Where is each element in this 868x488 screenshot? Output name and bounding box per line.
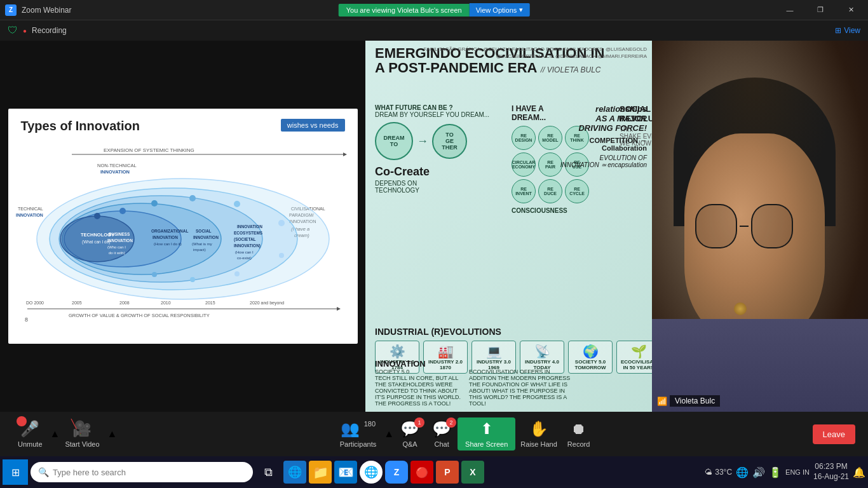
taskbar-app-zoom[interactable]: Z	[385, 461, 408, 484]
volume-icon[interactable]: 🔊	[752, 466, 765, 478]
participants-button[interactable]: 👥 180 Participants	[335, 417, 381, 451]
title-bar-center: You are viewing Violeta Bulc's screen Vi…	[339, 3, 530, 17]
svg-point-45	[279, 253, 284, 258]
taskbar-app-excel[interactable]: X	[461, 461, 484, 484]
depends-text: DEPENDS ONTECHNOLOGY	[375, 180, 502, 194]
co-create-text: Co-Create	[375, 165, 502, 179]
zoom-icon-task: Z	[394, 467, 400, 477]
notification-icon[interactable]: 🔔	[853, 466, 865, 478]
participants-caret[interactable]: ▲	[384, 428, 394, 440]
battery-icon: 🔋	[769, 466, 782, 478]
svg-text:2008: 2008	[119, 301, 130, 305]
taskbar-app-outlook[interactable]: 📧	[334, 461, 357, 484]
innovation-diagram: EXPANSION OF SYSTEMIC THINKING NON-TECHN…	[15, 140, 351, 325]
svg-text:(What can I do): (What can I do)	[82, 240, 110, 245]
signal-icon: 📶	[657, 396, 667, 406]
close-button[interactable]: ✕	[836, 0, 865, 20]
view-options-button[interactable]: View Options ▾	[470, 3, 530, 17]
excel-icon: X	[470, 467, 475, 477]
camera-icon: 🎥 ╲	[72, 420, 92, 438]
svg-point-36	[94, 213, 100, 219]
wishes-needs-label: wishes vs needs	[281, 119, 345, 132]
dream-section: WHAT FUTURE CAN BE ? DREAM BY YOURSELF Y…	[375, 104, 502, 194]
slide-panel: Types of Innovation wishes vs needs EXPA…	[0, 41, 365, 412]
slide-title: Types of Innovation	[21, 119, 140, 133]
right-panel: EMERGINDO ECOCIVILISATION IN A POST-PAND…	[365, 41, 868, 412]
search-placeholder: Type here to search	[53, 468, 126, 477]
start-button[interactable]: ⊞	[3, 459, 28, 485]
svg-text:BUSINESS: BUSINESS	[109, 232, 130, 236]
raise-hand-icon: ✋	[529, 420, 548, 438]
consciousness-label: CONSCIOUSNESS	[512, 207, 613, 214]
svg-text:INNOVATION: INNOVATION	[16, 213, 43, 217]
slide-subtitle: wishes vs needs	[281, 119, 345, 130]
minimize-button[interactable]: —	[775, 0, 804, 20]
svg-text:INNOVATION: INNOVATION	[100, 169, 130, 175]
qa-button[interactable]: 💬 1 Q&A	[394, 417, 426, 451]
svg-point-37	[119, 208, 126, 214]
svg-text:2005: 2005	[72, 301, 82, 305]
start-video-button[interactable]: 🎥 ╲ Start Video	[60, 417, 104, 451]
taskbar-app-powerpoint[interactable]: P	[436, 461, 459, 484]
presentation-content: EMERGINDO ECOCIVILISATION IN A POST-PAND…	[365, 41, 868, 412]
svg-text:DO 2000: DO 2000	[26, 301, 44, 305]
chat-icon: 💬 2	[432, 420, 451, 438]
recording-dot-icon: ●	[23, 27, 27, 34]
network-icon[interactable]: 🌐	[736, 466, 749, 478]
view-button[interactable]: ⊞ View	[835, 26, 860, 35]
participants-icon: 👥 180	[341, 420, 376, 438]
record-button[interactable]: ⏺ Record	[562, 417, 595, 451]
svg-text:co-exist): co-exist)	[237, 256, 252, 260]
chrome-icon: 🌐	[364, 465, 378, 479]
svg-text:INNOVATION): INNOVATION)	[234, 243, 261, 248]
svg-point-42	[152, 272, 157, 277]
svg-point-41	[278, 220, 285, 226]
leave-button[interactable]: Leave	[813, 424, 855, 444]
svg-text:INNOVATION: INNOVATION	[107, 238, 133, 243]
viewing-banner: You are viewing Violeta Bulc's screen	[339, 4, 470, 17]
app-title: Zoom Webinar	[22, 6, 71, 15]
taskbar-app-chrome[interactable]: 🌐	[360, 461, 383, 484]
video-caret[interactable]: ▲	[107, 428, 118, 440]
svg-text:INNOVATION: INNOVATION	[237, 224, 262, 229]
svg-text:(SOCIETAL: (SOCIETAL	[234, 237, 256, 242]
arrow-icon: →	[417, 135, 428, 148]
svg-text:GROWTH OF VALUE  &  GROWTH OF : GROWTH OF VALUE & GROWTH OF SOCIAL RESPO…	[69, 313, 210, 318]
taskbar-app-explorer[interactable]: 📁	[309, 461, 332, 484]
speaker-name-tag: Violeta Bulc	[670, 395, 720, 407]
dream-bubble: DREAMTO	[375, 122, 413, 160]
shield-icon: 🛡	[8, 25, 18, 36]
speaker-video: 📶 Violeta Bulc	[652, 41, 868, 412]
taskbar-app-store[interactable]: 🔴	[410, 461, 433, 484]
task-view-button[interactable]: ⧉	[255, 459, 281, 485]
pres-subtitle: // VIOLETA BULC	[541, 65, 601, 74]
svg-text:impact): impact)	[193, 248, 206, 252]
main-content: Types of Innovation wishes vs needs EXPA…	[0, 41, 868, 412]
svg-point-39	[189, 195, 196, 201]
powerpoint-icon: P	[444, 467, 450, 477]
taskbar-app-edge[interactable]: 🌐	[283, 461, 306, 484]
microphone-icon: 🎤	[20, 420, 39, 438]
title-bar: Z Zoom Webinar You are viewing Violeta B…	[0, 0, 868, 20]
task-view-icon: ⧉	[264, 466, 273, 479]
svg-text:TECHNICAL: TECHNICAL	[18, 207, 43, 211]
chat-button[interactable]: 💬 2 Chat	[426, 417, 458, 451]
taskbar: ⊞ 🔍 Type here to search ⧉ 🌐 📁 📧 🌐 Z 🔴 P …	[0, 456, 868, 488]
svg-text:ECOSYSTEMS: ECOSYSTEMS	[234, 231, 263, 235]
svg-text:NON-TECHNICAL: NON-TECHNICAL	[97, 163, 137, 168]
system-tray: 🌤 33°C 🌐 🔊 🔋 ENG IN 06:23 PM 16-Aug-21 🔔	[705, 462, 865, 482]
edge-icon: 🌐	[288, 465, 302, 479]
search-icon: 🔍	[38, 467, 49, 477]
clock: 06:23 PM 16-Aug-21	[813, 462, 849, 482]
share-screen-button[interactable]: ⬆ Share Screen	[458, 417, 515, 451]
unmute-caret[interactable]: ▲	[50, 428, 60, 440]
svg-text:SOCIAL: SOCIAL	[196, 229, 212, 233]
svg-text:2010: 2010	[161, 301, 171, 305]
maximize-button[interactable]: ❐	[806, 0, 835, 20]
unmute-button[interactable]: 🎤 Unmute	[13, 417, 48, 451]
record-icon: ⏺	[571, 420, 587, 438]
search-bar[interactable]: 🔍 Type here to search	[31, 462, 253, 482]
svg-text:ORGANIZATIONAL: ORGANIZATIONAL	[151, 229, 188, 233]
ge-bubble: TOGETHER	[432, 124, 467, 159]
raise-hand-button[interactable]: ✋ Raise Hand	[515, 417, 562, 451]
